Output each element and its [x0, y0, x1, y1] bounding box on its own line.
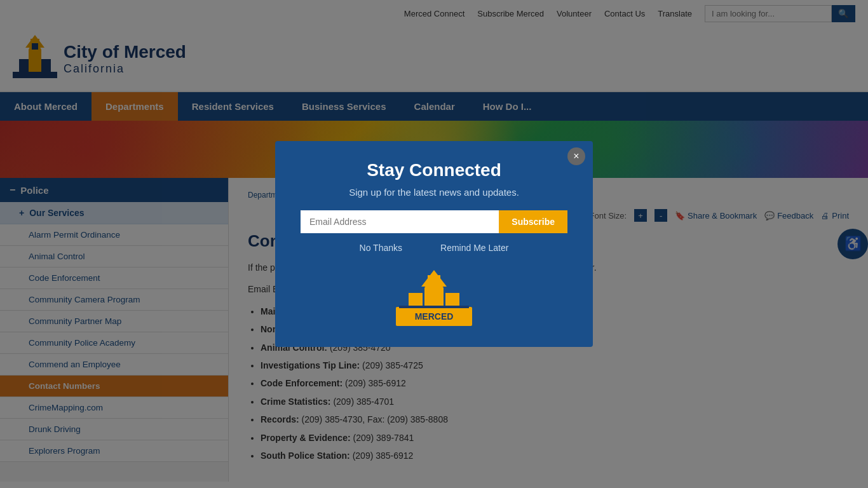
modal-links: No Thanks Remind Me Later: [301, 243, 567, 253]
svg-rect-13: [399, 306, 469, 308]
modal-title: Stay Connected: [301, 160, 567, 180]
modal-form: Subscribe: [301, 210, 567, 233]
modal: × Stay Connected Sign up for the latest …: [275, 141, 593, 347]
modal-merced-logo: MERCED: [396, 269, 472, 326]
svg-marker-10: [421, 270, 447, 287]
no-thanks-link[interactable]: No Thanks: [360, 243, 402, 253]
svg-rect-11: [409, 293, 423, 307]
svg-rect-12: [445, 293, 459, 307]
modal-subscribe-button[interactable]: Subscribe: [499, 210, 567, 233]
remind-later-link[interactable]: Remind Me Later: [440, 243, 508, 253]
modal-subtitle: Sign up for the latest news and updates.: [301, 187, 567, 198]
svg-text:MERCED: MERCED: [415, 311, 454, 322]
modal-overlay: × Stay Connected Sign up for the latest …: [0, 0, 868, 482]
modal-email-input[interactable]: [301, 210, 499, 233]
modal-close-button[interactable]: ×: [567, 147, 585, 165]
